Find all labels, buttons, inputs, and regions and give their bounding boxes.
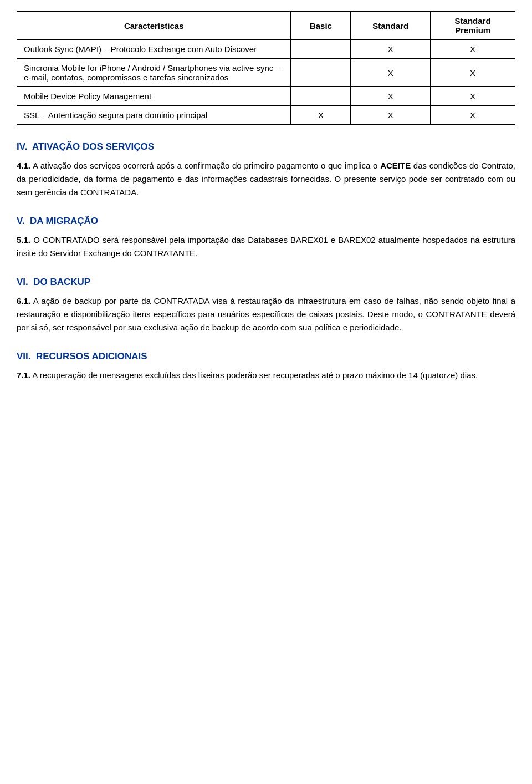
- basic-cell: [291, 59, 351, 87]
- standard-cell: X: [351, 106, 431, 125]
- header-feature: Características: [17, 12, 291, 40]
- section-vii-heading: VII. RECURSOS ADICIONAIS: [17, 351, 515, 362]
- features-table-container: Características Basic Standard StandardP…: [17, 11, 515, 125]
- section-vi-paragraph-0: 6.1. A ação de backup por parte da CONTR…: [17, 294, 515, 334]
- basic-cell: [291, 40, 351, 59]
- premium-cell: X: [431, 40, 515, 59]
- section-vii-paragraph-0: 7.1. A recuperação de mensagens excluída…: [17, 369, 515, 382]
- sections-container: IV. ATIVAÇÃO DOS SERVIÇOS4.1. A ativação…: [17, 141, 515, 382]
- para-number: 5.1.: [17, 235, 30, 245]
- section-iv-paragraph-0: 4.1. A ativação dos serviços ocorrerá ap…: [17, 159, 515, 199]
- section-vi-heading: VI. DO BACKUP: [17, 277, 515, 288]
- table-row: Mobile Device Policy ManagementXX: [17, 87, 515, 106]
- premium-cell: X: [431, 87, 515, 106]
- table-row: Outlook Sync (MAPI) – Protocolo Exchange…: [17, 40, 515, 59]
- table-row: SSL – Autenticação segura para dominio p…: [17, 106, 515, 125]
- section-iv-heading: IV. ATIVAÇÃO DOS SERVIÇOS: [17, 141, 515, 152]
- basic-cell: [291, 87, 351, 106]
- header-basic: Basic: [291, 12, 351, 40]
- table-row: Sincronia Mobile for iPhone / Android / …: [17, 59, 515, 87]
- feature-cell: Outlook Sync (MAPI) – Protocolo Exchange…: [17, 40, 291, 59]
- bold-text: ACEITE: [380, 161, 411, 170]
- para-number: 6.1.: [17, 296, 30, 306]
- standard-cell: X: [351, 87, 431, 106]
- section-v-paragraph-0: 5.1. O CONTRATADO será responsável pela …: [17, 233, 515, 260]
- feature-cell: Mobile Device Policy Management: [17, 87, 291, 106]
- feature-cell: Sincronia Mobile for iPhone / Android / …: [17, 59, 291, 87]
- section-iv: IV. ATIVAÇÃO DOS SERVIÇOS4.1. A ativação…: [17, 141, 515, 199]
- standard-cell: X: [351, 59, 431, 87]
- para-number: 4.1.: [17, 161, 30, 170]
- features-table: Características Basic Standard StandardP…: [17, 11, 515, 125]
- premium-cell: X: [431, 106, 515, 125]
- section-vii: VII. RECURSOS ADICIONAIS7.1. A recuperaç…: [17, 351, 515, 382]
- premium-cell: X: [431, 59, 515, 87]
- basic-cell: X: [291, 106, 351, 125]
- header-premium: StandardPremium: [431, 12, 515, 40]
- header-standard: Standard: [351, 12, 431, 40]
- feature-cell: SSL – Autenticação segura para dominio p…: [17, 106, 291, 125]
- standard-cell: X: [351, 40, 431, 59]
- section-v: V. DA MIGRAÇÃO5.1. O CONTRATADO será res…: [17, 216, 515, 260]
- section-vi: VI. DO BACKUP6.1. A ação de backup por p…: [17, 277, 515, 334]
- para-number: 7.1.: [17, 370, 30, 380]
- section-v-heading: V. DA MIGRAÇÃO: [17, 216, 515, 227]
